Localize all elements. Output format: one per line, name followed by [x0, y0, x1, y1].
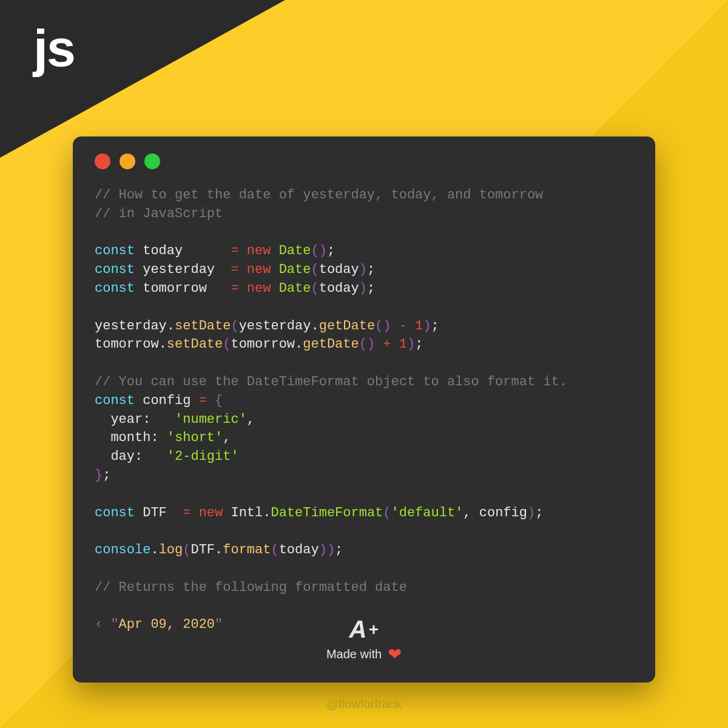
- window-buttons: [95, 153, 633, 169]
- arg-today: today: [319, 262, 359, 277]
- brace-open: {: [215, 393, 223, 408]
- js-logo: js: [33, 18, 75, 78]
- method-setdate: setDate: [167, 337, 223, 352]
- made-with-label: Made with: [326, 647, 382, 661]
- keyword-new: new: [247, 262, 271, 277]
- paren-open: (: [359, 337, 367, 352]
- string-numeric: 'numeric': [175, 412, 247, 427]
- paren-close: ): [423, 318, 431, 334]
- string-default: 'default': [391, 505, 463, 521]
- colon: :: [150, 430, 158, 445]
- arg-config: config: [479, 505, 527, 521]
- op-minus: - 1: [391, 318, 423, 334]
- paren-close: ): [527, 505, 535, 521]
- var-tomorrow: tomorrow: [231, 337, 295, 352]
- var-dtf: DTF: [143, 505, 167, 521]
- var-yesterday: yesterday: [143, 262, 215, 277]
- paren-open: (: [183, 542, 190, 558]
- var-config: config: [143, 393, 190, 408]
- paren-close: ): [383, 318, 391, 334]
- close-icon[interactable]: [95, 153, 110, 169]
- semicolon: ;: [103, 468, 110, 483]
- output-arrow-icon: ‹: [95, 617, 103, 632]
- paren-close: ): [407, 337, 415, 352]
- class-date: Date: [279, 243, 311, 258]
- dot: .: [311, 318, 318, 334]
- maximize-icon[interactable]: [144, 153, 160, 169]
- prop-month: month: [110, 430, 150, 445]
- output-value: Apr 09, 2020: [119, 617, 215, 632]
- comment-line: // Returns the following formatted date: [95, 580, 407, 595]
- method-getdate: getDate: [303, 337, 359, 352]
- semicolon: ;: [335, 542, 343, 558]
- comma: ,: [247, 412, 255, 427]
- paren-open: (: [311, 262, 318, 277]
- paren-close: ): [319, 243, 327, 258]
- keyword-const: const: [95, 262, 135, 277]
- semicolon: ;: [431, 318, 439, 334]
- var-yesterday: yesterday: [239, 318, 311, 334]
- paren-open: (: [311, 281, 318, 296]
- heart-icon: ❤: [388, 644, 402, 664]
- paren-close: ): [319, 542, 327, 558]
- method-setdate: setDate: [175, 318, 231, 334]
- comment-line: // in JavaScript: [95, 206, 223, 221]
- arg-today: today: [319, 281, 359, 296]
- arg-today: today: [279, 542, 319, 558]
- paren-close: ): [327, 542, 335, 558]
- method-format: format: [223, 542, 271, 558]
- comment-line: // You can use the DateTimeFormat object…: [95, 374, 567, 389]
- code-card: // How to get the date of yesterday, tod…: [73, 136, 655, 682]
- colon: :: [135, 449, 143, 464]
- obj-intl: Intl: [231, 505, 263, 521]
- prop-day: day: [110, 449, 135, 464]
- keyword-const: const: [95, 505, 135, 521]
- dot: .: [159, 337, 167, 352]
- logo-a: A: [349, 616, 367, 643]
- minimize-icon[interactable]: [120, 153, 135, 169]
- var-yesterday: yesterday: [95, 318, 167, 334]
- made-with-text: Made with ❤: [326, 644, 402, 664]
- colon: :: [143, 412, 150, 427]
- op-eq: =: [223, 262, 247, 277]
- a-plus-logo: A+: [326, 616, 402, 643]
- semicolon: ;: [535, 505, 543, 521]
- social-handle: @flowforfrank: [326, 697, 402, 711]
- code-block: // How to get the date of yesterday, tod…: [95, 186, 633, 635]
- class-dtf: DateTimeFormat: [271, 505, 383, 521]
- footer-logo: A+ Made with ❤: [326, 616, 402, 664]
- semicolon: ;: [415, 337, 423, 352]
- keyword-const: const: [95, 281, 135, 296]
- keyword-const: const: [95, 393, 135, 408]
- method-log: log: [159, 542, 183, 558]
- comma: ,: [223, 430, 231, 445]
- paren-open: (: [231, 318, 238, 334]
- var-today: today: [143, 243, 183, 258]
- dot: .: [150, 542, 158, 558]
- quote: ": [110, 617, 118, 632]
- semicolon: ;: [367, 281, 375, 296]
- string-short: 'short': [167, 430, 223, 445]
- var-tomorrow: tomorrow: [95, 337, 159, 352]
- method-getdate: getDate: [319, 318, 375, 334]
- class-date: Date: [279, 281, 311, 296]
- paren-close: ): [359, 262, 367, 277]
- semicolon: ;: [367, 262, 375, 277]
- keyword-new: new: [247, 243, 271, 258]
- keyword-new: new: [199, 505, 223, 521]
- op-eq: =: [175, 505, 199, 521]
- string-2digit: '2-digit': [167, 449, 239, 464]
- logo-plus: +: [368, 620, 379, 639]
- quote: ": [215, 617, 223, 632]
- class-date: Date: [279, 262, 311, 277]
- keyword-const: const: [95, 243, 135, 258]
- semicolon: ;: [327, 243, 335, 258]
- obj-console: console: [95, 542, 150, 558]
- dot: .: [215, 542, 223, 558]
- dot: .: [263, 505, 271, 521]
- paren-open: (: [383, 505, 391, 521]
- prop-year: year: [110, 412, 143, 427]
- brace-close: }: [95, 468, 103, 483]
- var-dtf: DTF: [190, 542, 215, 558]
- paren-open: (: [271, 542, 278, 558]
